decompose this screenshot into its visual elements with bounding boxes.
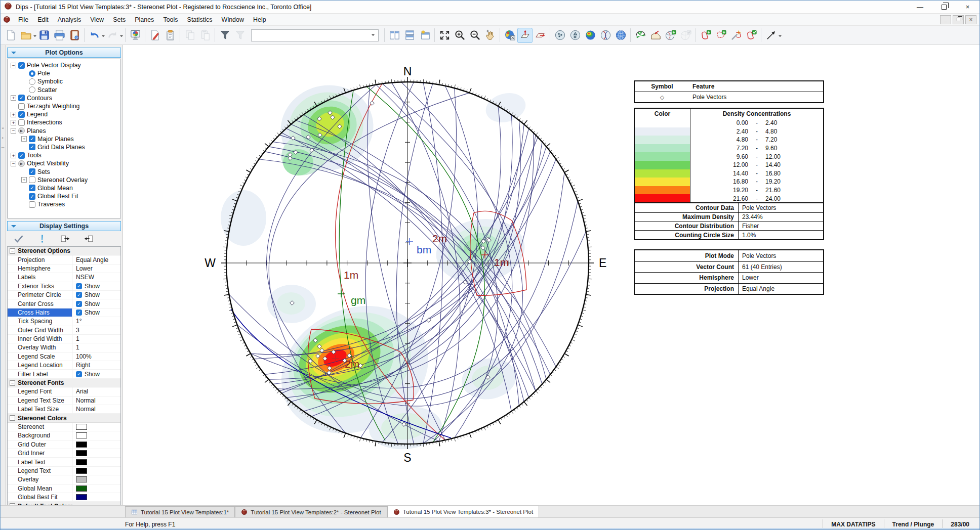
checkbox-checked-icon[interactable]: ✓ [18, 152, 25, 159]
tree-item-legend[interactable]: +✓Legend [8, 110, 120, 118]
property-row-labels[interactable]: LabelsNSEW [8, 273, 120, 282]
menu-window[interactable]: Window [217, 15, 249, 25]
expand-box-icon[interactable]: + [11, 153, 16, 158]
property-row-grid-outer[interactable]: Grid Outer [8, 440, 120, 449]
menu-planes[interactable]: Planes [130, 15, 158, 25]
property-row-legend-text-size[interactable]: Legend Text SizeNormal [8, 396, 120, 405]
overlay-check-button[interactable] [678, 28, 693, 43]
tree-item-global-mean[interactable]: ✓Global Mean [8, 184, 120, 192]
expand-box-icon[interactable]: + [11, 95, 16, 101]
checkbox-checked-icon[interactable]: ✓ [29, 185, 35, 191]
property-row-hemisphere[interactable]: HemisphereLower [8, 264, 120, 273]
export-settings-button[interactable] [60, 233, 71, 244]
property-row-grid-inner[interactable]: Grid Inner [8, 449, 120, 458]
display-settings-header[interactable]: Display Settings [7, 221, 121, 231]
copy-button[interactable] [182, 28, 197, 43]
new-window-button[interactable] [417, 28, 432, 43]
error-check-button[interactable] [36, 233, 48, 244]
report-button[interactable]: @ [67, 28, 82, 43]
symbolic-plot-button[interactable] [567, 28, 583, 43]
color-swatch[interactable] [76, 468, 87, 474]
mdi-minimize-button[interactable]: _ [940, 15, 951, 24]
zoom-in-button[interactable] [452, 28, 467, 43]
print-button[interactable] [52, 28, 67, 43]
color-swatch[interactable] [76, 450, 87, 456]
tree-item-planes[interactable]: −▶Planes [8, 127, 120, 135]
property-row-legend-font[interactable]: Legend FontArial [8, 387, 120, 396]
tree-item-sets[interactable]: ✓Sets [8, 167, 120, 175]
property-group-stereonet-options[interactable]: −Stereonet Options [8, 247, 120, 255]
property-row-inner-grid-width[interactable]: Inner Grid Width1 [8, 335, 120, 343]
mdi-close-button[interactable]: × [965, 15, 976, 24]
menu-tools[interactable]: Tools [158, 15, 182, 25]
pole-plot-button[interactable] [517, 28, 533, 43]
property-row-projection[interactable]: ProjectionEqual Angle [8, 255, 120, 264]
tree-item-stereonet-overlay[interactable]: +Stereonet Overlay [8, 176, 120, 184]
overlay-add-button[interactable] [663, 28, 678, 43]
set-edit-button[interactable] [744, 28, 759, 43]
collapse-box-icon[interactable]: − [10, 380, 15, 386]
menu-analysis[interactable]: Analysis [53, 15, 86, 25]
checkbox-checked-icon[interactable]: ✓ [18, 95, 25, 101]
open-folder-button[interactable] [18, 28, 33, 43]
scatter-plot-button[interactable] [552, 28, 567, 43]
color-swatch[interactable] [76, 459, 87, 465]
document-tab-2[interactable]: Tutorial 15 Plot View Templates:2* - Ste… [235, 506, 387, 517]
tree-item-object-visibility[interactable]: −▶Object Visibility [8, 159, 120, 167]
mdi-restore-button[interactable] [953, 15, 964, 24]
property-group-default-tool-colors[interactable]: +Default Tool Colors [8, 502, 120, 505]
menu-file[interactable]: File [14, 15, 33, 25]
property-group-stereonet-colors[interactable]: −Stereonet Colors [8, 414, 120, 422]
checkbox-checked-icon[interactable]: ✓ [29, 144, 35, 150]
show-checkbox-icon[interactable]: ✓ [76, 292, 82, 298]
document-tab-3[interactable]: Tutorial 15 Plot View Templates:3* - Ste… [387, 506, 539, 517]
undo-button[interactable] [87, 28, 102, 43]
menu-edit[interactable]: Edit [33, 15, 53, 25]
stereonet-zoom-button[interactable] [502, 28, 517, 43]
radio-unselected-icon[interactable] [29, 78, 35, 85]
redo-button[interactable] [105, 28, 120, 43]
set-window-add-button[interactable] [698, 28, 713, 43]
checkbox-checked-icon[interactable]: ✓ [29, 136, 35, 142]
color-swatch[interactable] [76, 424, 87, 430]
plane-tool-button[interactable] [533, 28, 548, 43]
tree-item-pole-vector-display[interactable]: −✓Pole Vector Display [8, 61, 120, 69]
property-row-background[interactable]: Background [8, 431, 120, 440]
menu-view[interactable]: View [86, 15, 108, 25]
checkbox-checked-icon[interactable]: ✓ [29, 193, 35, 200]
expand-box-icon[interactable]: + [11, 120, 16, 125]
color-swatch[interactable] [76, 476, 87, 482]
menu-sets[interactable]: Sets [108, 15, 130, 25]
tree-item-traverses[interactable]: Traverses [8, 200, 120, 208]
paste-button[interactable] [197, 28, 213, 43]
stereonet-plot-view[interactable]: 2mbm1m1mgm2mNSWE Symbol Feature ◇ Pole V… [123, 45, 980, 505]
set-freehand-add-button[interactable] [713, 28, 728, 43]
checkbox-unchecked-icon[interactable] [18, 119, 25, 126]
property-row-outer-grid-width[interactable]: Outer Grid Width3 [8, 326, 120, 335]
property-row-filter-label[interactable]: Filter Label✓Show [8, 370, 120, 378]
stereonet-plot[interactable]: 2mbm1m1mgm2mNSWE [123, 45, 980, 505]
collapse-box-icon[interactable]: − [11, 128, 16, 134]
trend-arrow-dropdown-icon[interactable] [779, 35, 782, 38]
show-checkbox-icon[interactable]: ✓ [76, 310, 82, 316]
property-row-label-text[interactable]: Label Text [8, 458, 120, 466]
checkbox-unchecked-icon[interactable] [29, 201, 35, 208]
checkbox-unchecked-icon[interactable] [18, 103, 25, 110]
tree-item-global-best-fit[interactable]: ✓Global Best Fit [8, 192, 120, 200]
property-row-legend-text[interactable]: Legend Text [8, 467, 120, 475]
property-group-stereonet-fonts[interactable]: −Stereonet Fonts [8, 379, 120, 387]
restore-button[interactable] [932, 1, 956, 13]
property-row-tick-spacing[interactable]: Tick Spacing1° [8, 317, 120, 326]
combo-dropdown-icon[interactable] [372, 34, 375, 37]
tree-item-symbolic[interactable]: Symbolic [8, 77, 120, 85]
apply-check-button[interactable] [13, 233, 24, 244]
property-row-label-text-size[interactable]: Label Text SizeNormal [8, 405, 120, 414]
checkbox-unchecked-icon[interactable] [29, 176, 35, 183]
filter-button[interactable] [217, 28, 232, 43]
menu-help[interactable]: Help [249, 15, 271, 25]
property-row-legend-location[interactable]: Legend LocationRight [8, 361, 120, 370]
expand-box-icon[interactable]: + [11, 112, 16, 117]
major-planes-button[interactable] [598, 28, 613, 43]
partial-state-icon[interactable]: ▶ [18, 127, 25, 134]
document-tab-1[interactable]: Tutorial 15 Plot View Templates:1* [125, 506, 235, 517]
